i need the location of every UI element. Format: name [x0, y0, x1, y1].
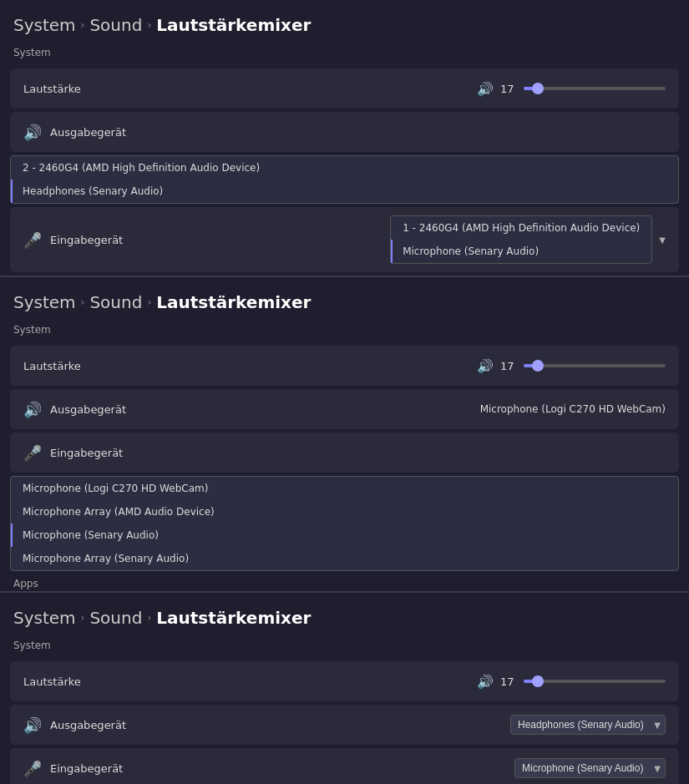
input-opt-2a[interactable]: Microphone (Logi C270 HD WebCam)	[11, 477, 678, 500]
output-icon-3: 🔊	[23, 716, 42, 734]
volume-value-2: 17	[500, 360, 517, 372]
output-value-2: Microphone (Logi C270 HD WebCam)	[480, 403, 666, 415]
input-opt-2c[interactable]: Microphone (Senary Audio)	[11, 524, 678, 547]
breadcrumb-mixer-3: Lautstärkemixer	[156, 608, 311, 628]
input-select-3[interactable]: Microphone (Senary Audio)	[514, 758, 666, 778]
breadcrumb-system-3: System	[13, 608, 76, 628]
input-opt-1a[interactable]: 1 - 2460G4 (AMD High Definition Audio De…	[391, 216, 651, 240]
panel-2: System › Sound › Lautstärkemixer System …	[0, 277, 689, 592]
output-label-3: Ausgabegerät	[50, 719, 126, 731]
output-row-3: 🔊 Ausgabegerät Headphones (Senary Audio)…	[10, 705, 679, 745]
output-right-2: Microphone (Logi C270 HD WebCam)	[480, 403, 666, 415]
volume-control-3: 🔊 17	[477, 674, 666, 690]
output-control-3: Headphones (Senary Audio) ▼	[510, 715, 666, 735]
volume-label-3: Lautstärke	[23, 675, 124, 688]
breadcrumb-sound-1: Sound	[89, 15, 142, 35]
volume-slider-3[interactable]	[524, 680, 666, 683]
input-label-2: Eingabegerät	[50, 447, 123, 459]
sep1-3: ›	[81, 612, 85, 624]
input-dropdown-popup-2[interactable]: Microphone (Logi C270 HD WebCam) Microph…	[10, 476, 679, 571]
output-option-1-1[interactable]: 2 - 2460G4 (AMD High Definition Audio De…	[11, 156, 678, 180]
apps-section-label: Apps	[0, 574, 689, 591]
volume-value-3: 17	[500, 675, 517, 688]
sep1-2: ›	[81, 296, 85, 308]
section-label-2: System	[0, 321, 689, 342]
input-opt-2d[interactable]: Microphone Array (Senary Audio)	[11, 547, 678, 570]
panel-3: System › Sound › Lautstärkemixer System …	[0, 593, 689, 784]
slider-thumb-3	[532, 675, 544, 687]
input-row-3: 🎤 Eingabegerät Microphone (Senary Audio)…	[10, 748, 679, 784]
breadcrumb-sound-3: Sound	[89, 608, 142, 628]
input-opt-2b[interactable]: Microphone Array (AMD Audio Device)	[11, 500, 678, 524]
input-control-1: 1 - 2460G4 (AMD High Definition Audio De…	[390, 215, 666, 264]
breadcrumb-1: System › Sound › Lautstärkemixer	[0, 0, 689, 43]
mic-icon-1: 🎤	[23, 231, 42, 249]
sep1-1: ›	[81, 19, 85, 31]
breadcrumb-sound-2: Sound	[89, 292, 142, 312]
volume-row-1: Lautstärke 🔊 17	[10, 68, 679, 109]
volume-control-1: 🔊 17	[477, 81, 666, 97]
input-opt-1b[interactable]: Microphone (Senary Audio)	[391, 240, 651, 263]
slider-thumb-1	[532, 83, 544, 94]
input-dropdown-inline-1[interactable]: 1 - 2460G4 (AMD High Definition Audio De…	[390, 215, 652, 264]
breadcrumb-system-2: System	[13, 292, 76, 312]
output-select-3[interactable]: Headphones (Senary Audio)	[510, 715, 666, 735]
sep2-2: ›	[147, 296, 151, 308]
volume-slider-2[interactable]	[524, 364, 666, 367]
mic-icon-3: 🎤	[23, 760, 42, 777]
volume-label-2: Lautstärke	[23, 360, 124, 372]
output-dropdown-wrapper-3[interactable]: Headphones (Senary Audio) ▼	[510, 715, 666, 735]
output-label-2: Ausgabegerät	[50, 403, 126, 416]
input-dropdown-wrapper-3[interactable]: Microphone (Senary Audio) ▼	[514, 758, 666, 778]
slider-thumb-2	[532, 360, 544, 372]
input-label-1: Eingabegerät	[50, 234, 123, 246]
output-option-1-2[interactable]: Headphones (Senary Audio)	[11, 180, 678, 203]
mic-icon-2: 🎤	[23, 444, 42, 462]
input-control-3: Microphone (Senary Audio) ▼	[514, 758, 666, 778]
volume-value-1: 17	[500, 83, 517, 95]
volume-row-3: Lautstärke 🔊 17	[10, 661, 679, 701]
speaker-icon-3: 🔊	[477, 674, 494, 690]
output-label-1: Ausgabegerät	[50, 126, 126, 139]
output-icon-1: 🔊	[23, 124, 42, 141]
input-row-2: 🎤 Eingabegerät	[10, 432, 679, 473]
breadcrumb-mixer-2: Lautstärkemixer	[156, 292, 311, 312]
volume-control-2: 🔊 17	[477, 358, 666, 374]
breadcrumb-mixer-1: Lautstärkemixer	[156, 15, 311, 35]
volume-row-2: Lautstärke 🔊 17	[10, 346, 679, 386]
input-label-3: Eingabegerät	[50, 762, 123, 775]
input-row-1: 🎤 Eingabegerät 1 - 2460G4 (AMD High Defi…	[10, 207, 679, 272]
breadcrumb-system-1: System	[13, 15, 76, 35]
section-label-3: System	[0, 636, 689, 658]
panel-1: System › Sound › Lautstärkemixer System …	[0, 0, 689, 276]
input-chevron-1: ▼	[659, 235, 666, 245]
output-dropdown-popup-1[interactable]: 2 - 2460G4 (AMD High Definition Audio De…	[10, 155, 679, 204]
output-row-1: 🔊 Ausgabegerät	[10, 112, 679, 152]
sep2-3: ›	[147, 612, 151, 624]
sep2-1: ›	[147, 19, 151, 31]
speaker-icon-2: 🔊	[477, 358, 494, 374]
volume-label-1: Lautstärke	[23, 83, 124, 95]
breadcrumb-3: System › Sound › Lautstärkemixer	[0, 593, 689, 636]
speaker-icon-1: 🔊	[477, 81, 494, 97]
breadcrumb-2: System › Sound › Lautstärkemixer	[0, 277, 689, 321]
volume-slider-1[interactable]	[524, 87, 666, 90]
section-label-1: System	[0, 43, 689, 65]
output-icon-2: 🔊	[23, 401, 42, 418]
output-row-2: 🔊 Ausgabegerät Microphone (Logi C270 HD …	[10, 389, 679, 429]
